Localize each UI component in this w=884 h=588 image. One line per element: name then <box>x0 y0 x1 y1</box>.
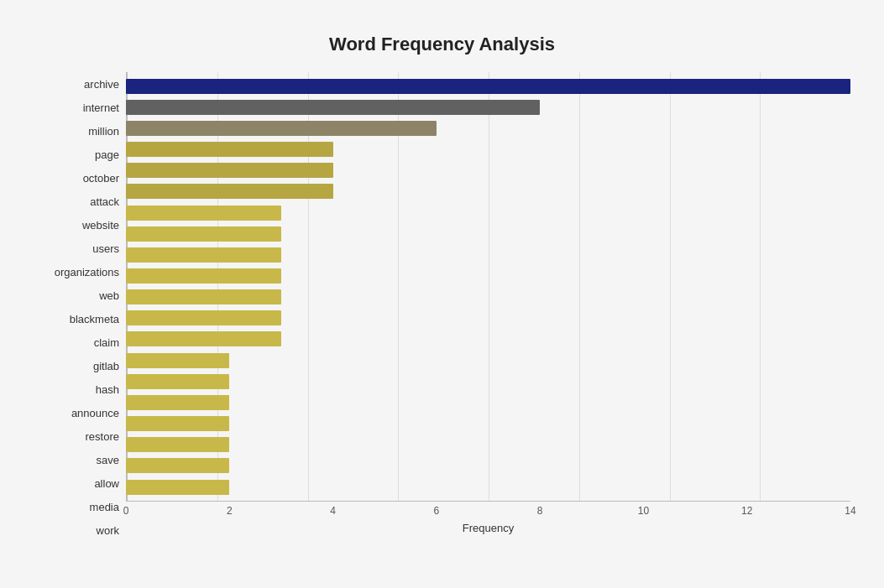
bar <box>126 353 229 368</box>
bar-row <box>126 75 850 96</box>
bar-row <box>126 181 850 202</box>
chart-title: Word Frequency Analysis <box>34 34 850 55</box>
bar <box>126 206 281 221</box>
y-label: announce <box>71 408 119 419</box>
bar-row <box>126 371 850 392</box>
bar <box>126 374 229 389</box>
bar-row <box>126 434 850 455</box>
x-tick: 10 <box>638 505 649 517</box>
y-label: gitlab <box>93 361 119 372</box>
x-tick: 6 <box>434 505 440 517</box>
y-label: allow <box>94 478 119 489</box>
bar <box>126 79 850 94</box>
bar-row <box>126 392 850 413</box>
bar <box>126 163 333 178</box>
bar <box>126 395 229 410</box>
bar <box>126 184 333 199</box>
bar-row <box>126 308 850 329</box>
bar-row <box>126 202 850 223</box>
x-tick: 0 <box>123 505 129 517</box>
bar <box>126 310 281 325</box>
x-tick: 4 <box>330 505 336 517</box>
bar <box>126 226 281 242</box>
bar-row <box>126 117 850 138</box>
x-tick: 12 <box>741 505 752 517</box>
y-label: hash <box>96 384 119 395</box>
y-axis: archiveinternetmillionpageoctoberattackw… <box>34 72 126 543</box>
x-axis-label: Frequency <box>463 522 514 534</box>
y-label: october <box>83 173 119 184</box>
bar <box>126 458 229 473</box>
bar-row <box>126 96 850 117</box>
y-label: web <box>99 290 119 301</box>
y-label: restore <box>86 431 119 442</box>
chart-container: Word Frequency Analysis archiveinternetm… <box>17 17 867 588</box>
y-label: work <box>97 525 119 536</box>
bar <box>126 121 437 136</box>
bar <box>126 289 281 304</box>
bar <box>126 268 281 284</box>
x-tick: 2 <box>227 505 233 517</box>
bars-wrapper <box>126 72 850 501</box>
y-label: organizations <box>55 267 119 278</box>
bar <box>126 100 540 115</box>
bar <box>126 437 229 452</box>
x-axis: 02468101214 Frequency <box>126 501 850 543</box>
y-label: media <box>90 502 119 513</box>
bar-row <box>126 244 850 265</box>
bar <box>126 142 333 157</box>
bar-row <box>126 265 850 286</box>
x-ticks: 02468101214 <box>126 502 850 518</box>
bar <box>126 416 229 431</box>
x-tick: 8 <box>537 505 543 517</box>
bar-row <box>126 329 850 350</box>
x-tick: 14 <box>845 505 855 517</box>
y-label: save <box>97 455 119 466</box>
bar-row <box>126 223 850 244</box>
bar-row <box>126 455 850 476</box>
y-label: attack <box>90 196 119 207</box>
bar <box>126 247 281 263</box>
y-label: million <box>88 126 119 137</box>
bar-row <box>126 138 850 159</box>
bars-and-x: 02468101214 Frequency <box>126 72 850 543</box>
y-label: claim <box>94 337 119 348</box>
y-label: archive <box>84 79 119 90</box>
bar-row <box>126 414 850 434</box>
bars-area <box>126 72 850 501</box>
y-label: users <box>92 243 119 254</box>
bar-row <box>126 160 850 181</box>
bar <box>126 331 281 346</box>
y-label: blackmeta <box>70 314 119 325</box>
bar <box>126 480 229 495</box>
chart-area: archiveinternetmillionpageoctoberattackw… <box>34 72 850 543</box>
y-label: internet <box>83 102 119 113</box>
y-label: page <box>95 149 119 160</box>
y-label: website <box>82 220 119 231</box>
bar-row <box>126 350 850 371</box>
bar-row <box>126 287 850 308</box>
bar-row <box>126 476 850 497</box>
